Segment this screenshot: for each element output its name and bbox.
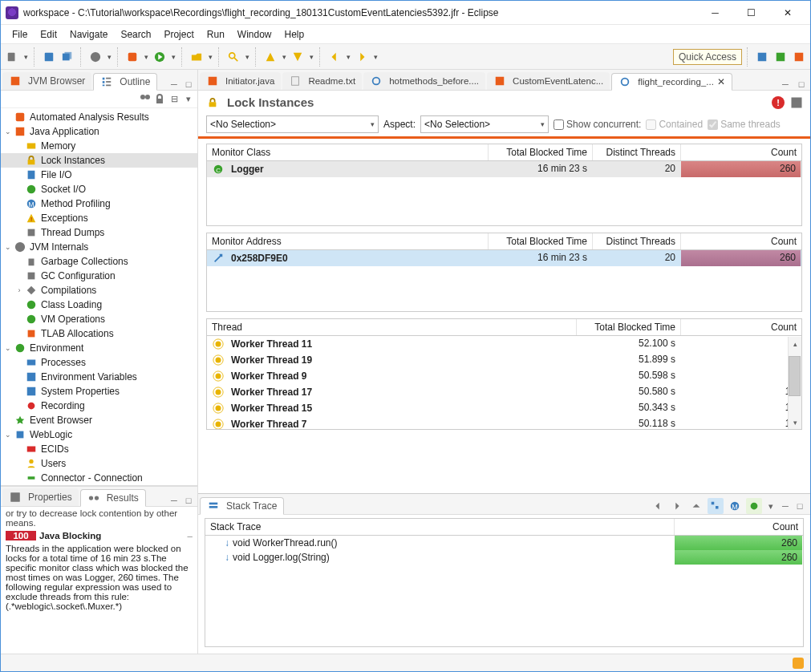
editor-tab[interactable]: Readme.txt	[282, 72, 362, 90]
menu-edit[interactable]: Edit	[34, 27, 63, 42]
minimize-view-icon[interactable]: ─	[168, 495, 180, 506]
table-row[interactable]: ↓void WorkerThread.run()260	[205, 536, 803, 550]
tab-outline[interactable]: Outline	[93, 73, 157, 91]
col-header[interactable]: Count	[681, 233, 801, 249]
menu-window[interactable]: Window	[231, 27, 278, 42]
table-row[interactable]: ↓void Logger.log(String)260	[205, 550, 803, 565]
maximize-view-icon[interactable]: □	[183, 79, 194, 90]
tree-item[interactable]: ⌄JVM Internals	[1, 240, 197, 254]
tree-item[interactable]: ECIDs	[1, 442, 197, 456]
chevron-down-icon[interactable]: ▾	[170, 53, 176, 61]
jmc-icon[interactable]	[124, 49, 140, 65]
open-icon[interactable]	[189, 49, 205, 65]
perspective-java-icon[interactable]	[754, 49, 770, 65]
col-header[interactable]: Distinct Threads	[593, 144, 681, 160]
tree-item[interactable]: Connector - Connection	[1, 471, 197, 485]
menu-run[interactable]: Run	[201, 27, 231, 42]
tree-item[interactable]: ⌄Environment	[1, 341, 197, 355]
tree-item[interactable]: GC Configuration	[1, 269, 197, 283]
chevron-down-icon[interactable]: ▾	[345, 53, 351, 61]
tree-item[interactable]: Automated Analysis Results	[1, 110, 197, 124]
annotate-prev-icon[interactable]	[262, 49, 278, 65]
tree-item[interactable]: Environment Variables	[1, 370, 197, 384]
st-tree-icon[interactable]	[708, 498, 724, 514]
chevron-down-icon[interactable]: ▾	[22, 53, 29, 61]
col-header[interactable]: Stack Trace	[205, 519, 675, 535]
st-next-icon[interactable]	[669, 498, 685, 514]
back-icon[interactable]	[326, 49, 343, 65]
scroll-thumb[interactable]	[789, 356, 801, 396]
tab-properties[interactable]: Properties	[2, 488, 79, 506]
col-header[interactable]: Thread	[207, 319, 577, 335]
tab-results[interactable]: Results	[80, 489, 146, 507]
show-concurrent-checkbox[interactable]: Show concurrent:	[554, 119, 641, 130]
tree-item[interactable]: VM Operations	[1, 312, 197, 326]
tree-item[interactable]: Event Browser	[1, 413, 197, 427]
tree-item[interactable]: TLAB Allocations	[1, 326, 197, 341]
view-menu-icon[interactable]: ▾	[765, 500, 777, 512]
col-header[interactable]: Total Blocked Time	[577, 319, 681, 335]
maximize-view-icon[interactable]: □	[183, 495, 194, 506]
col-header[interactable]: Total Blocked Time	[489, 233, 593, 249]
chevron-down-icon[interactable]: ▾	[308, 53, 314, 61]
perspective-debug-icon[interactable]	[772, 49, 789, 65]
minimize-view-icon[interactable]: ─	[780, 79, 791, 90]
expand-icon[interactable]: ⌄	[2, 344, 14, 352]
table-row[interactable]: CLogger16 min 23 s20260	[207, 161, 801, 177]
editor-tab[interactable]: Initiator.java	[200, 72, 281, 90]
maximize-button[interactable]: ☐	[733, 1, 769, 25]
col-header[interactable]: Monitor Class	[207, 144, 489, 160]
search-icon[interactable]	[225, 49, 241, 65]
col-header[interactable]: Distinct Threads	[593, 233, 681, 249]
menu-file[interactable]: File	[6, 27, 34, 42]
table-row[interactable]: Worker Thread 1750.580 s15	[207, 384, 801, 400]
chevron-down-icon[interactable]: ▾	[106, 53, 112, 61]
tree-item[interactable]: Garbage Collections	[1, 254, 197, 269]
aspect-combo[interactable]: <No Selection>▾	[420, 115, 549, 133]
minimize-view-icon[interactable]: ─	[168, 79, 180, 90]
chevron-down-icon[interactable]: ▾	[244, 53, 250, 61]
table-row[interactable]: 0x258DF9E016 min 23 s20260	[207, 250, 801, 266]
chevron-down-icon[interactable]: ▾	[143, 53, 149, 61]
minimize-view-icon[interactable]: ─	[780, 500, 791, 512]
maximize-view-icon[interactable]: □	[796, 79, 807, 90]
tree-item[interactable]: Thread Dumps	[1, 225, 197, 240]
tree-item[interactable]: !Exceptions	[1, 211, 197, 225]
view-menu-icon[interactable]: ▾	[183, 94, 194, 105]
run-icon[interactable]	[152, 49, 168, 65]
tree-item[interactable]: Recording	[1, 399, 197, 413]
rss-icon[interactable]	[793, 658, 804, 669]
chevron-down-icon[interactable]: ▾	[281, 53, 287, 61]
tree-item[interactable]: System Properties	[1, 384, 197, 399]
scroll-up-icon[interactable]: ▴	[789, 337, 801, 350]
table-row[interactable]: Worker Thread 1550.343 s11	[207, 400, 801, 416]
scrollbar[interactable]: ▴ ▾	[788, 337, 801, 429]
tree-item[interactable]: Memory	[1, 139, 197, 153]
chevron-down-icon[interactable]: ▾	[372, 53, 379, 61]
editor-tab[interactable]: CustomEventLatenc...	[487, 72, 610, 90]
tree-item[interactable]: Socket I/O	[1, 182, 197, 196]
menu-search[interactable]: Search	[114, 27, 157, 42]
filter-combo[interactable]: <No Selection>▾	[206, 115, 379, 133]
close-tab-icon[interactable]: ✕	[717, 76, 725, 87]
table-row[interactable]: Worker Thread 1152.100 s7	[207, 336, 801, 352]
perspective-jmc-icon[interactable]	[791, 49, 807, 65]
quick-access[interactable]: Quick Access	[673, 49, 742, 65]
minimize-button[interactable]: ─	[697, 1, 733, 25]
st-filter-icon[interactable]	[746, 498, 762, 514]
scroll-down-icon[interactable]: ▾	[789, 415, 801, 429]
menu-help[interactable]: Help	[278, 27, 311, 42]
expand-icon[interactable]: ⌄	[2, 243, 14, 251]
forward-icon[interactable]	[354, 49, 370, 65]
tree-item[interactable]: ⌄WebLogic	[1, 427, 197, 442]
st-method-icon[interactable]: M	[727, 498, 743, 514]
col-header[interactable]: Count	[675, 519, 803, 535]
tree-item[interactable]: ›Compilations	[1, 283, 197, 298]
tab-jvm-browser[interactable]: JVM Browser	[2, 72, 91, 90]
tree-item[interactable]: File I/O	[1, 168, 197, 182]
expand-icon[interactable]: ⌄	[2, 128, 14, 136]
col-header[interactable]: Count	[681, 144, 801, 160]
menu-navigate[interactable]: Navigate	[63, 27, 114, 42]
save-icon[interactable]	[41, 49, 57, 65]
link-icon[interactable]	[87, 49, 103, 65]
